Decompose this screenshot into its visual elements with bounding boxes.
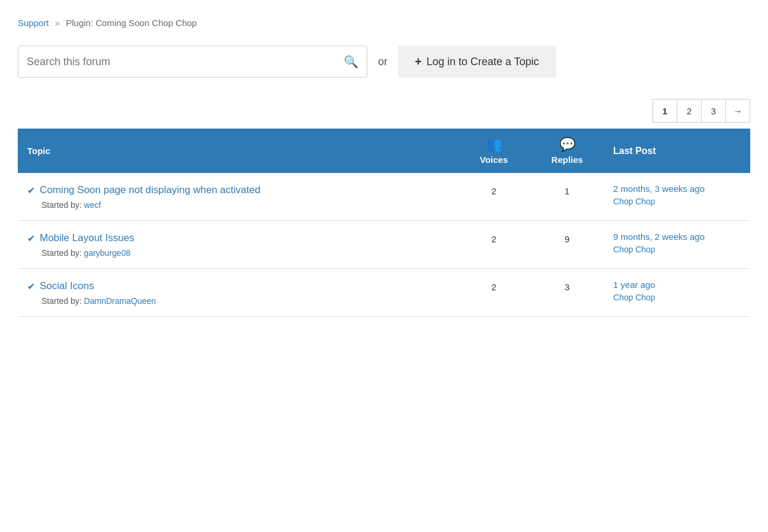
started-by: Started by: DamnDramaQueen (41, 296, 448, 306)
search-row: 🔍 or + Log in to Create a Topic (18, 46, 750, 78)
resolved-checkmark: ✔ (27, 233, 35, 244)
th-lastpost: Last Post (604, 129, 750, 173)
last-post-cell: 1 year ago Chop Chop (604, 269, 750, 317)
page-button-1[interactable]: 1 (652, 99, 677, 123)
author-link[interactable]: wecf (84, 200, 101, 210)
last-post-cell: 9 months, 2 weeks ago Chop Chop (604, 221, 750, 269)
last-post-cell: 2 months, 3 weeks ago Chop Chop (604, 173, 750, 221)
topic-cell: ✔ Coming Soon page not displaying when a… (18, 173, 457, 221)
table-row: ✔ Mobile Layout Issues Started by: garyb… (18, 221, 750, 269)
voices-cell: 2 (457, 221, 531, 269)
last-post-time: 1 year ago (613, 280, 741, 290)
page-button-2[interactable]: 2 (677, 99, 702, 123)
page-button-3[interactable]: 3 (701, 99, 726, 123)
breadcrumb-current: Plugin: Coming Soon Chop Chop (66, 18, 197, 28)
last-post-time: 9 months, 2 weeks ago (613, 232, 741, 242)
create-topic-label: Log in to Create a Topic (427, 56, 539, 68)
last-post-by-link[interactable]: Chop Chop (613, 293, 655, 302)
th-replies: 💬 Replies (530, 129, 604, 173)
last-post-by-link[interactable]: Chop Chop (613, 197, 655, 206)
table-row: ✔ Coming Soon page not displaying when a… (18, 173, 750, 221)
resolved-checkmark: ✔ (27, 185, 35, 196)
table-header-row: Topic 👥 Voices 💬 Replies Last Post (18, 129, 750, 173)
voices-icon: 👥 (486, 137, 502, 152)
breadcrumb: Support » Plugin: Coming Soon Chop Chop (18, 18, 750, 28)
author-link[interactable]: garyburge08 (84, 248, 131, 258)
started-by: Started by: garyburge08 (41, 248, 448, 258)
th-voices: 👥 Voices (457, 129, 531, 173)
search-icon[interactable]: 🔍 (344, 55, 359, 69)
or-text: or (378, 56, 388, 68)
topic-link[interactable]: Social Icons (40, 280, 94, 293)
search-input[interactable] (27, 56, 344, 68)
topic-link[interactable]: Coming Soon page not displaying when act… (40, 184, 260, 197)
pagination: 1 2 3 → (18, 99, 750, 123)
last-post-by-link[interactable]: Chop Chop (613, 245, 655, 254)
resolved-checkmark: ✔ (27, 281, 35, 292)
topic-cell: ✔ Social Icons Started by: DamnDramaQuee… (18, 269, 457, 317)
last-post-time: 2 months, 3 weeks ago (613, 184, 741, 194)
voices-cell: 2 (457, 173, 531, 221)
replies-icon: 💬 (559, 137, 575, 152)
create-topic-plus-icon: + (415, 55, 422, 69)
author-link[interactable]: DamnDramaQueen (84, 296, 156, 306)
th-topic: Topic (18, 129, 457, 173)
breadcrumb-separator: » (55, 18, 60, 28)
topic-cell: ✔ Mobile Layout Issues Started by: garyb… (18, 221, 457, 269)
started-by: Started by: wecf (41, 200, 448, 210)
replies-cell: 3 (530, 269, 604, 317)
page-next-button[interactable]: → (725, 99, 750, 123)
topic-link[interactable]: Mobile Layout Issues (40, 232, 135, 245)
forum-table: Topic 👥 Voices 💬 Replies Last Post (18, 129, 750, 317)
table-row: ✔ Social Icons Started by: DamnDramaQuee… (18, 269, 750, 317)
replies-cell: 9 (530, 221, 604, 269)
voices-cell: 2 (457, 269, 531, 317)
replies-label: Replies (551, 155, 583, 165)
breadcrumb-support-link[interactable]: Support (18, 18, 49, 28)
search-box: 🔍 (18, 46, 367, 78)
voices-label: Voices (480, 155, 508, 165)
replies-cell: 1 (530, 173, 604, 221)
create-topic-button[interactable]: + Log in to Create a Topic (398, 46, 555, 78)
